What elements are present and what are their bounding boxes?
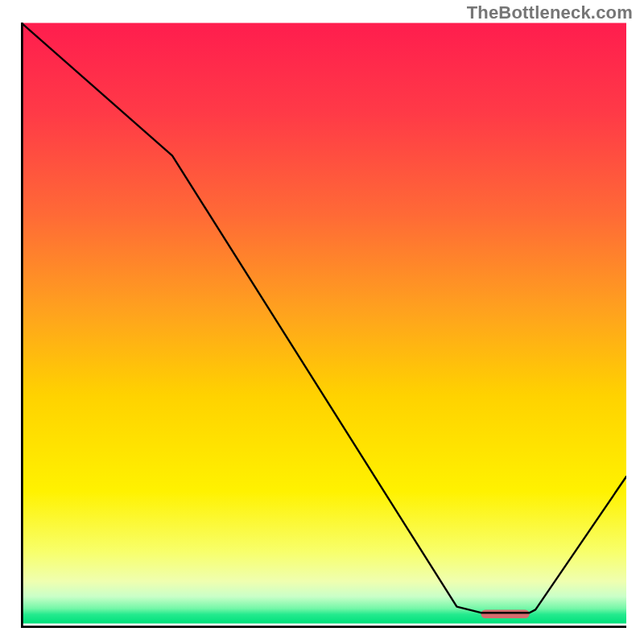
plot-area xyxy=(21,23,626,628)
chart-root: TheBottleneck.com xyxy=(0,0,644,644)
optimum-marker xyxy=(481,609,530,618)
chart-svg xyxy=(21,23,626,628)
watermark-text: TheBottleneck.com xyxy=(467,2,633,23)
gradient-background xyxy=(21,23,626,624)
